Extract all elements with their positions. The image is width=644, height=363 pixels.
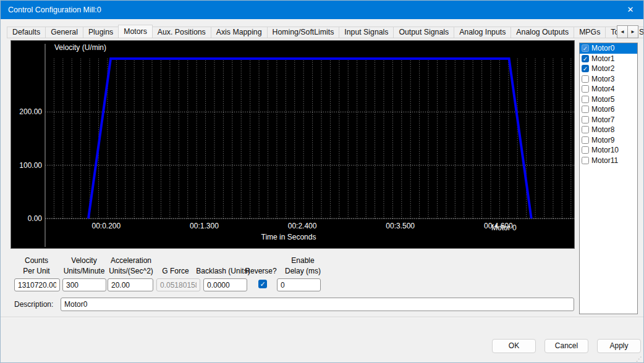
unchecked-checkbox-icon[interactable] xyxy=(582,126,589,133)
velocity-profile-chart: Velocity (U/min) Time in Seconds Motor 0… xyxy=(11,40,575,249)
enable-delay-input[interactable] xyxy=(277,278,321,291)
motor-item-label: Motor3 xyxy=(591,75,614,83)
panel-divider xyxy=(1,317,644,318)
description-input[interactable] xyxy=(61,298,574,311)
motor-list-item-motor8[interactable]: Motor8 xyxy=(580,125,637,135)
motor-item-label: Motor7 xyxy=(591,115,614,124)
x-tick-label: 00:0.200 xyxy=(84,222,129,230)
unchecked-checkbox-icon[interactable] xyxy=(582,106,589,113)
motor-list-item-motor3[interactable]: Motor3 xyxy=(580,74,637,85)
ok-button[interactable]: OK xyxy=(492,339,536,353)
motor-item-label: Motor5 xyxy=(591,95,614,104)
field-label-line1: Enable xyxy=(278,256,328,266)
field-label-line2: Units/Minute xyxy=(59,266,109,277)
unchecked-checkbox-icon[interactable] xyxy=(582,157,589,164)
tab-bar: DefaultsGeneralPluginsMotorsAux. Positio… xyxy=(7,25,644,38)
resize-grip[interactable]: ⋰ xyxy=(636,356,642,362)
motor-list-item-motor5[interactable]: Motor5 xyxy=(580,94,637,105)
tab-defaults[interactable]: Defaults xyxy=(7,27,46,38)
motor-item-label: Motor0 xyxy=(591,44,614,52)
field-label-enable-delay: EnableDelay (ms) xyxy=(278,256,328,277)
field-label-line2: Delay (ms) xyxy=(278,266,328,277)
x-tick-label: 00:4.600 xyxy=(476,222,520,230)
field-label-line1: Counts xyxy=(12,256,61,266)
y-tick-label: 100.00 xyxy=(11,161,42,170)
checked-checkbox-icon[interactable]: ✓ xyxy=(582,55,589,62)
unchecked-checkbox-icon[interactable] xyxy=(582,146,589,154)
chart-plot-area xyxy=(11,41,574,248)
description-label: Description: xyxy=(14,300,53,309)
tab-analog-inputs[interactable]: Analog Inputs xyxy=(454,27,511,38)
motor-list-item-motor7[interactable]: Motor7 xyxy=(580,115,637,125)
motor-list-item-motor0[interactable]: ✓Motor0 xyxy=(580,43,637,54)
x-tick-label: 00:1.300 xyxy=(182,222,226,230)
x-tick-label: 00:2.400 xyxy=(280,222,324,230)
tab-input-signals[interactable]: Input Signals xyxy=(339,27,394,38)
chart-x-axis-title: Time in Seconds xyxy=(236,233,341,241)
checked-checkbox-icon[interactable]: ✓ xyxy=(582,65,589,72)
motor-item-label: Motor10 xyxy=(591,146,619,154)
cancel-button[interactable]: Cancel xyxy=(544,339,588,353)
motor-list-item-motor4[interactable]: Motor4 xyxy=(580,84,637,94)
motor-list-item-motor10[interactable]: Motor10 xyxy=(580,145,637,156)
tab-scroll-buttons: ◄ ► xyxy=(617,25,640,38)
motor-item-label: Motor1 xyxy=(591,54,614,63)
motor-list-item-motor11[interactable]: Motor11 xyxy=(580,156,637,166)
motor-list-item-motor9[interactable]: Motor9 xyxy=(580,135,637,146)
acceleration-input[interactable] xyxy=(108,278,153,291)
tab-analog-outputs[interactable]: Analog Outputs xyxy=(511,27,574,38)
arrow-left-icon: ◄ xyxy=(620,29,625,35)
tab-axis-mapping[interactable]: Axis Mapping xyxy=(211,27,268,38)
window-title: Control Configuration Mill:0 xyxy=(8,1,101,19)
unchecked-checkbox-icon[interactable] xyxy=(582,85,589,93)
motor-list-item-motor1[interactable]: ✓Motor1 xyxy=(580,54,637,64)
counts-per-unit-input[interactable] xyxy=(14,278,60,291)
unchecked-checkbox-icon[interactable] xyxy=(582,136,589,144)
tab-scroll-left-button[interactable]: ◄ xyxy=(617,25,628,38)
apply-button[interactable]: Apply xyxy=(597,339,641,353)
tab-scroll-right-button[interactable]: ► xyxy=(627,25,638,38)
close-icon: ✕ xyxy=(627,5,634,14)
unchecked-checkbox-icon[interactable] xyxy=(582,75,589,83)
velocity-input[interactable] xyxy=(62,278,106,291)
motor-item-label: Motor11 xyxy=(591,156,618,165)
field-label-line1: Velocity xyxy=(59,256,109,266)
reverse-checkbox[interactable]: ✓ xyxy=(258,280,267,288)
motor-item-label: Motor8 xyxy=(591,125,614,134)
unchecked-checkbox-icon[interactable] xyxy=(582,116,589,123)
motor-listbox[interactable]: ✓Motor0✓Motor1✓Motor2Motor3Motor4Motor5M… xyxy=(579,43,638,314)
title-bar: Control Configuration Mill:0 ✕ xyxy=(1,1,644,19)
tab-plugins[interactable]: Plugins xyxy=(83,27,119,38)
tab-aux-positions[interactable]: Aux. Positions xyxy=(152,27,211,38)
motor-item-label: Motor2 xyxy=(591,64,614,73)
y-tick-label: 200.00 xyxy=(11,107,42,116)
tab-motors[interactable]: Motors xyxy=(118,25,153,38)
chart-y-axis-title: Velocity (U/min) xyxy=(54,43,106,52)
motor-item-label: Motor9 xyxy=(591,136,614,144)
field-label-velocity: VelocityUnits/Minute xyxy=(59,256,109,277)
arrow-right-icon: ► xyxy=(630,29,635,35)
tab-homing-softlimits[interactable]: Homing/SoftLimits xyxy=(267,27,340,38)
field-label-line2: Per Unit xyxy=(12,266,61,277)
y-tick-label: 0.00 xyxy=(11,214,42,223)
g-force-input xyxy=(156,278,200,291)
backlash-input[interactable] xyxy=(203,278,247,291)
tab-mpgs[interactable]: MPGs xyxy=(574,27,606,38)
tab-output-signals[interactable]: Output Signals xyxy=(393,27,454,38)
x-tick-label: 00:3.500 xyxy=(378,222,423,230)
unchecked-checkbox-icon[interactable] xyxy=(582,96,589,103)
checked-checkbox-icon[interactable]: ✓ xyxy=(582,44,589,52)
motor-item-label: Motor6 xyxy=(591,105,614,114)
field-label-counts-per-unit: CountsPer Unit xyxy=(12,256,61,277)
tab-general[interactable]: General xyxy=(45,27,83,38)
close-button[interactable]: ✕ xyxy=(616,1,644,19)
motor-item-label: Motor4 xyxy=(591,85,614,93)
control-configuration-dialog: Control Configuration Mill:0 ✕ DefaultsG… xyxy=(0,0,644,363)
motor-list-item-motor6[interactable]: Motor6 xyxy=(580,104,637,115)
motor-list-item-motor2[interactable]: ✓Motor2 xyxy=(580,64,637,74)
